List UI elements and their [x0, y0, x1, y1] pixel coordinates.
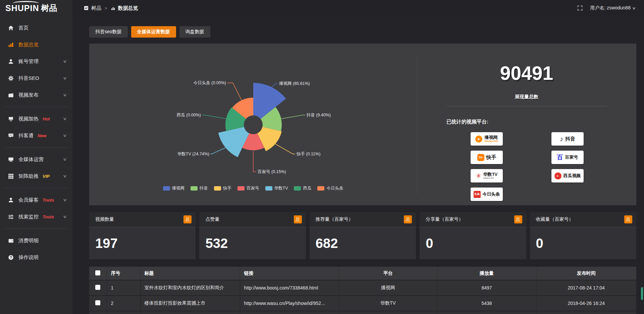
user-menu[interactable]: 用户名: zswodun88 ∨	[590, 5, 635, 11]
chevron-down-icon: ∨	[63, 59, 67, 64]
total-impressions-value: 90491	[417, 62, 636, 84]
platform-badge-kuaishou: Oo 快手	[471, 151, 503, 164]
pie-label-line-1	[281, 115, 305, 119]
sidebar-item-video-publish[interactable]: 视频发布 ∨	[0, 87, 72, 103]
wasu-star-icon: ✳	[476, 172, 481, 180]
stat-title: 收藏量（百家号）	[536, 216, 574, 222]
chevron-down-icon: ∨	[63, 157, 67, 162]
main-area: 树品 > 数据总览 用户名: zswodun88 ∨ 抖音seo数据 全媒体运营…	[72, 0, 644, 314]
breadcrumb-root[interactable]: 树品	[91, 5, 101, 11]
sidebar-item-account-mgmt[interactable]: 账号管理 ∨	[0, 53, 72, 70]
sidebar-item-douketong[interactable]: 抖客通 New ∨	[0, 127, 72, 144]
platform-badge-boosj: ▶ 播视网 boosj.com	[471, 132, 503, 146]
select-all-checkbox[interactable]	[95, 270, 100, 275]
legend-swatch	[317, 186, 324, 191]
pie-label-4: 华数TV (24.74%)	[177, 152, 209, 156]
legend-swatch	[191, 186, 198, 191]
rose-chart-section: 播视网 (65.61%)抖音 (9.40%)快手 (0.11%)百家号 (0.1…	[89, 44, 417, 205]
breadcrumb: 树品 > 数据总览	[84, 5, 138, 11]
stat-title: 视频数量	[95, 216, 114, 222]
chevron-down-icon: ∨	[63, 133, 67, 138]
sidebar-item-lead-monitor[interactable]: 线索监控 Tools ∨	[0, 208, 72, 225]
cell-platform: 华数TV	[339, 296, 437, 311]
table-row: 1 室外水纹灯和室内水纹灯的区别和简介 http://www.boosj.com…	[89, 280, 636, 296]
cell-no: 2	[107, 296, 140, 311]
sidebar-divider	[4, 188, 68, 188]
screen-icon	[8, 116, 14, 122]
sidebar-item-help[interactable]: ? 操作说明	[0, 249, 72, 266]
pie-label-0: 播视网 (65.61%)	[279, 81, 310, 86]
stat-card-shares: 分享量（百家号） 总 0	[420, 212, 526, 259]
data-tabs: 抖音seo数据 全媒体运营数据 询盘数据	[89, 26, 636, 38]
stat-value: 197	[95, 236, 118, 251]
platform-badge-toutiao: 头条 今日头条	[471, 188, 503, 201]
platform-badge-douyin: ♪ 抖音	[551, 132, 584, 146]
platform-column-1: ▶ 播视网 boosj.com Oo 快手 ✳	[471, 132, 503, 201]
row-checkbox[interactable]	[95, 285, 100, 290]
chevron-down-icon: ∨	[632, 6, 636, 10]
sidebar-item-label: 会员爆客	[18, 197, 39, 203]
tab-douyin-seo-data[interactable]: 抖音seo数据	[89, 26, 128, 38]
sidebar-item-label: 全媒体运营	[18, 156, 44, 163]
stat-value: 682	[316, 236, 338, 251]
legend-item-2[interactable]: 快手	[214, 186, 231, 191]
col-header-link: 链接	[240, 267, 339, 280]
chevron-down-icon: ∨	[63, 198, 67, 202]
video-title-link[interactable]: 室外水纹灯和室内水纹灯的区别和简介	[140, 280, 240, 296]
page-scrollbar-thumb[interactable]	[641, 287, 643, 300]
fullscreen-icon[interactable]	[577, 5, 583, 11]
tab-omnimedia-data[interactable]: 全媒体运营数据	[131, 26, 176, 38]
legend-label: 播视网	[172, 186, 185, 191]
legend-label: 百家号	[247, 186, 259, 191]
sidebar-item-label: 线索监控	[18, 214, 39, 220]
platform-name: 快手	[486, 154, 496, 161]
xigua-icon: ▸	[554, 172, 561, 179]
sidebar-item-omnimedia[interactable]: 全媒体运营 ∨	[0, 151, 72, 168]
legend-item-0[interactable]: 播视网	[163, 186, 185, 191]
sidebar-item-matrix-boost[interactable]: 矩阵助推 VIP ∨	[0, 168, 72, 185]
legend-item-3[interactable]: 百家号	[237, 186, 259, 191]
person-icon	[8, 197, 14, 203]
pie-label-5: 西瓜 (0.00%)	[177, 113, 201, 117]
rose-pie-chart: 播视网 (65.61%)抖音 (9.40%)快手 (0.11%)百家号 (0.1…	[89, 44, 417, 205]
platforms-label: 已统计的视频平台:	[446, 119, 488, 125]
row-checkbox[interactable]	[95, 300, 100, 305]
legend-item-1[interactable]: 抖音	[191, 186, 208, 191]
stats-row: 视频数量 总 197 点赞量 总 532 推荐量（百家号） 总	[89, 212, 636, 259]
chart-panel: 播视网 (65.61%)抖音 (9.40%)快手 (0.11%)百家号 (0.1…	[89, 44, 636, 205]
sidebar-item-spend-detail[interactable]: 消费明细	[0, 232, 72, 249]
platform-sub: boosj.com	[484, 140, 498, 143]
svg-text:?: ?	[10, 255, 12, 259]
legend-item-4[interactable]: 华数TV	[265, 186, 288, 191]
sidebar-item-label: 账号管理	[18, 58, 39, 65]
stat-card-video-count: 视频数量 总 197	[89, 212, 196, 259]
toutiao-icon: 头条	[474, 191, 481, 198]
sidebar-item-label: 抖音SEO	[18, 75, 39, 82]
video-url-link[interactable]: http://www.boosj.com/7338468.html	[240, 280, 339, 296]
tab-inquiry-data[interactable]: 询盘数据	[179, 26, 210, 38]
sidebar-menu: 首页 数据总览 账号管理 ∨ 抖音SEO ∨	[0, 16, 72, 266]
sidebar-item-label: 操作说明	[18, 254, 39, 261]
app-root: SHUPIN 树品 首页 数据总览 账号管理 ∨	[0, 0, 644, 314]
douyin-note-icon: ♪	[560, 135, 563, 143]
legend-item-5[interactable]: 西瓜	[294, 186, 311, 191]
tools-badge: Tools	[43, 214, 54, 219]
kuaishou-icon: Oo	[477, 154, 484, 161]
breadcrumb-separator: >	[104, 6, 108, 11]
hot-badge: Hot	[43, 116, 50, 121]
sidebar-item-douyin-seo[interactable]: 抖音SEO ∨	[0, 70, 72, 87]
col-header-platform: 平台	[339, 267, 437, 280]
sidebar-item-member-baoke[interactable]: 会员爆客 Tools ∨	[0, 192, 72, 208]
sidebar-item-data-overview[interactable]: 数据总览	[0, 36, 72, 53]
sidebar-item-home[interactable]: 首页	[0, 19, 72, 36]
video-url-link[interactable]: http://www.wasu.cn/Play/show/id/952...	[240, 296, 339, 311]
video-title-link[interactable]: 楼体投影灯投影效果震撼上市	[140, 296, 240, 311]
content: 抖音seo数据 全媒体运营数据 询盘数据 播视网 (65.61%)抖音 (9.4…	[72, 16, 644, 314]
pie-slice-4[interactable]	[218, 127, 249, 157]
site-icon	[84, 6, 89, 10]
bar-chart-icon	[111, 6, 115, 10]
sidebar-item-video-heat[interactable]: 视频加热 Hot ∨	[0, 110, 72, 127]
legend-item-6[interactable]: 今日头条	[317, 186, 343, 191]
legend-label: 西瓜	[303, 186, 311, 191]
sidebar-item-label: 消费明细	[18, 238, 39, 244]
